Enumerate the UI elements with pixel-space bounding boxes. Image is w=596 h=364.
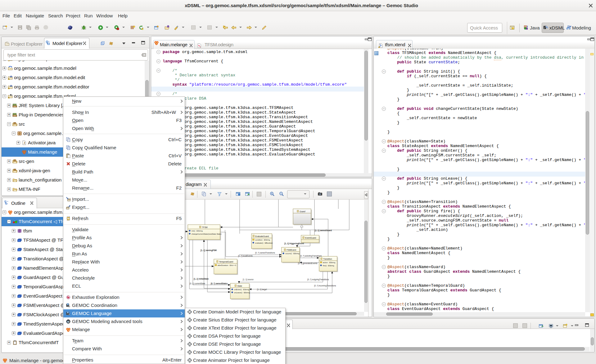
svg-text:[1..1] source: [1..1] source bbox=[243, 278, 254, 281]
svg-text:action : EString: action : EString bbox=[323, 262, 335, 263]
svg-text:[0..*] outgoingTransitions: [0..*] outgoingTransitions bbox=[307, 278, 329, 281]
svg-text:EventGuard: EventGuard bbox=[305, 237, 316, 239]
svg-text:[0..1] currentState: [0..1] currentState bbox=[190, 282, 205, 285]
svg-text:[0..*] ownedTransitions: [0..*] ownedTransitions bbox=[255, 252, 275, 254]
svg-text:M: M bbox=[569, 25, 571, 28]
svg-text:[1..1] initialState: [1..1] initialState bbox=[194, 278, 209, 280]
svg-text:[0..*] solicitingTransitions: [0..*] solicitingTransitions bbox=[300, 255, 322, 257]
svg-text:fire() : EString: fire() : EString bbox=[323, 265, 334, 267]
svg-text:State: State bbox=[237, 285, 242, 287]
svg-text:[0..*] ownedStates: [0..*] ownedStates bbox=[211, 282, 228, 285]
svg-text:condition : EString: condition : EString bbox=[255, 239, 270, 241]
svg-text:[1..1] target: [1..1] target bbox=[257, 288, 267, 291]
svg-text:[1..1] owningFSM: [1..1] owningFSM bbox=[201, 249, 217, 252]
svg-text:onEnter() : EString: onEnter() : EString bbox=[234, 289, 249, 290]
svg-text:[0..*] generatedEvents: [0..*] generatedEvents bbox=[298, 262, 317, 265]
svg-text:[0..*] incomingTransitions: [0..*] incomingTransitions bbox=[314, 285, 336, 287]
svg-text:[1..1] ownedGuard: [1..1] ownedGuard bbox=[315, 229, 332, 232]
svg-text:J: J bbox=[526, 25, 528, 28]
svg-text:FSMEvent: FSMEvent bbox=[287, 249, 296, 251]
svg-text:init() : EString: init() : EString bbox=[192, 230, 203, 232]
svg-text:EvaluateGuard: EvaluateGuard bbox=[255, 235, 269, 237]
svg-text:afterDuration : EInt = 0: afterDuration : EInt = 0 bbox=[218, 264, 236, 266]
svg-text:J: J bbox=[24, 141, 25, 145]
svg-text:[1..1] triggeringEvent: [1..1] triggeringEvent bbox=[284, 242, 304, 245]
svg-text:TemporalGuard: TemporalGuard bbox=[219, 261, 233, 263]
svg-text:occurs() : EString: occurs() : EString bbox=[285, 253, 300, 254]
svg-text:Guard: Guard bbox=[300, 210, 305, 213]
svg-text:[0..*] localEvents: [0..*] localEvents bbox=[238, 255, 253, 257]
svg-text:onLeave() : EString: onLeave() : EString bbox=[234, 292, 250, 294]
svg-text:evaluate() : EBoolean: evaluate() : EBoolean bbox=[255, 242, 273, 244]
svg-text:changeCurrentState(newState St: changeCurrentState(newState State) bbox=[192, 233, 222, 235]
svg-text:M: M bbox=[67, 320, 70, 323]
svg-text:TFSM: TFSM bbox=[202, 226, 208, 228]
svg-text:Transition: Transition bbox=[323, 258, 332, 260]
